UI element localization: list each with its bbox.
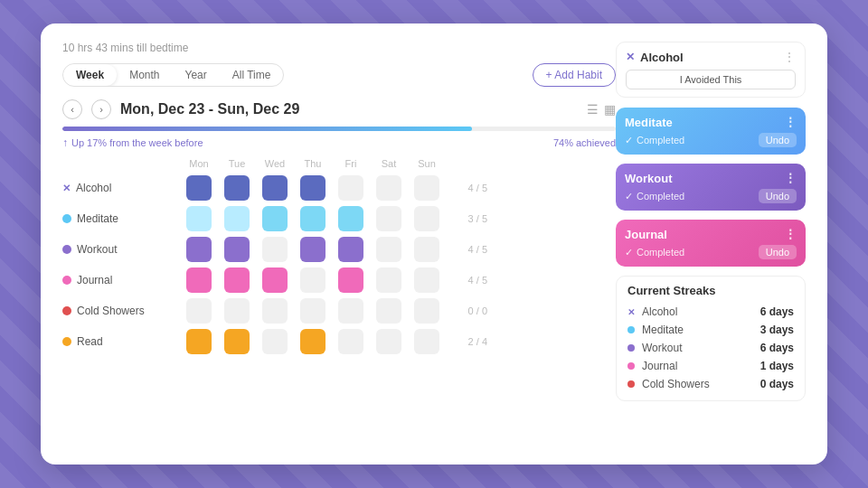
read-tue[interactable] — [218, 329, 256, 354]
habit-row-meditate: Meditate 3 / 5 — [62, 203, 616, 234]
avoided-button[interactable]: I Avoided This — [626, 70, 796, 89]
workout-thu[interactable] — [294, 237, 332, 262]
streak-row-cold: Cold Showers 0 days — [627, 375, 794, 393]
cold-wed[interactable] — [256, 298, 294, 324]
workout-label: Workout — [77, 243, 117, 256]
workout-completed-badge: ✓ Completed — [625, 191, 684, 202]
workout-card-label: Workout — [625, 172, 672, 185]
journal-fri[interactable] — [332, 267, 370, 293]
alcohol-tue[interactable] — [218, 175, 256, 201]
meditate-card-label: Meditate — [625, 116, 673, 129]
meditate-thu[interactable] — [294, 206, 332, 231]
workout-sun[interactable] — [408, 237, 446, 262]
read-mon[interactable] — [180, 329, 218, 354]
workout-sat[interactable] — [370, 237, 408, 262]
alcohol-sun[interactable] — [408, 175, 446, 201]
next-arrow[interactable]: › — [91, 99, 111, 119]
read-sat[interactable] — [370, 329, 408, 354]
alcohol-wed[interactable] — [256, 175, 294, 201]
meditate-sat[interactable] — [370, 206, 408, 231]
cold-fri[interactable] — [332, 298, 370, 324]
progress-bar-fill — [62, 127, 472, 131]
day-mon: Mon — [180, 158, 218, 169]
prev-arrow[interactable]: ‹ — [62, 99, 82, 119]
habit-row-journal: Journal 4 / 5 — [62, 265, 616, 296]
journal-undo-button[interactable]: Undo — [759, 245, 797, 259]
read-wed[interactable] — [256, 329, 294, 354]
add-habit-button[interactable]: + Add Habit — [533, 63, 616, 87]
meditate-mon[interactable] — [180, 206, 218, 231]
streak-cold-dot — [627, 380, 635, 388]
tab-alltime[interactable]: All Time — [220, 64, 284, 86]
cold-sun[interactable] — [408, 298, 446, 324]
journal-mon[interactable] — [180, 267, 218, 293]
alcohol-x-btn[interactable]: ✕ — [626, 51, 635, 63]
streak-row-meditate: Meditate 3 days — [627, 321, 794, 339]
workout-tue[interactable] — [218, 237, 256, 262]
workout-mon[interactable] — [180, 237, 218, 262]
left-column: 10 hrs 43 mins till bedtime Week Month Y… — [62, 42, 616, 357]
journal-more-icon[interactable]: ⋮ — [784, 227, 797, 241]
alcohol-fri[interactable] — [332, 175, 370, 201]
cold-thu[interactable] — [294, 298, 332, 324]
meditate-wed[interactable] — [256, 206, 294, 231]
workout-dot — [62, 245, 71, 254]
streak-row-journal: Journal 1 days — [627, 357, 794, 375]
streak-meditate-name: Meditate — [642, 324, 684, 336]
arrow-up-icon: ↑ — [62, 136, 68, 149]
meditate-sun[interactable] — [408, 206, 446, 231]
streak-alcohol-name: Alcohol — [642, 305, 677, 318]
habit-name-workout: Workout — [62, 243, 180, 256]
alcohol-label: Alcohol — [76, 182, 111, 194]
read-thu[interactable] — [294, 329, 332, 354]
alcohol-thu[interactable] — [294, 175, 332, 201]
streak-alcohol-x: ✕ — [627, 307, 635, 317]
alcohol-more-icon[interactable]: ⋮ — [783, 50, 796, 64]
journal-completed-text: Completed — [637, 247, 684, 258]
cold-sat[interactable] — [370, 298, 408, 324]
habit-name-meditate: Meditate — [62, 212, 180, 225]
cold-mon[interactable] — [180, 298, 218, 324]
list-view-icon[interactable]: ☰ — [587, 102, 599, 117]
grid-view-icon[interactable]: ▦ — [604, 102, 616, 117]
workout-more-icon[interactable]: ⋮ — [784, 171, 797, 185]
journal-sat[interactable] — [370, 267, 408, 293]
tab-week[interactable]: Week — [63, 64, 117, 86]
meditate-more-icon[interactable]: ⋮ — [784, 115, 797, 129]
meditate-dot — [62, 214, 71, 223]
progress-info: ↑ Up 17% from the week before 74% achiev… — [62, 136, 616, 149]
meditate-undo-button[interactable]: Undo — [759, 133, 797, 147]
workout-wed[interactable] — [256, 237, 294, 262]
tab-year[interactable]: Year — [173, 64, 220, 86]
journal-action-card: Journal ⋮ ✓ Completed Undo — [616, 220, 806, 267]
up-percent-text: ↑ Up 17% from the week before — [62, 136, 203, 149]
streak-left-cold: Cold Showers — [627, 378, 710, 390]
day-thu: Thu — [294, 158, 332, 169]
alcohol-sat[interactable] — [370, 175, 408, 201]
streak-meditate-dot — [627, 326, 635, 333]
read-label: Read — [77, 335, 103, 348]
habit-name-journal: Journal — [62, 274, 180, 286]
bedtime-text: 10 hrs 43 mins till bedtime — [62, 42, 616, 54]
journal-thu[interactable] — [294, 267, 332, 293]
tab-month[interactable]: Month — [117, 64, 172, 86]
alcohol-mon[interactable] — [180, 175, 218, 201]
streak-workout-dot — [627, 344, 635, 352]
streak-cold-name: Cold Showers — [642, 378, 710, 390]
journal-tue[interactable] — [218, 267, 256, 293]
read-dot — [62, 337, 71, 346]
journal-sun[interactable] — [408, 267, 446, 293]
read-sun[interactable] — [408, 329, 446, 354]
read-fri[interactable] — [332, 329, 370, 354]
journal-wed[interactable] — [256, 267, 294, 293]
day-wed: Wed — [256, 158, 294, 169]
streak-journal-dot — [627, 362, 635, 370]
meditate-action-card: Meditate ⋮ ✓ Completed Undo — [616, 108, 806, 155]
workout-undo-button[interactable]: Undo — [759, 189, 797, 203]
tab-row: Week Month Year All Time + Add Habit — [62, 63, 616, 87]
meditate-tue[interactable] — [218, 206, 256, 231]
meditate-fri[interactable] — [332, 206, 370, 231]
workout-fri[interactable] — [332, 237, 370, 262]
workout-completed-text: Completed — [637, 191, 684, 202]
cold-tue[interactable] — [218, 298, 256, 324]
